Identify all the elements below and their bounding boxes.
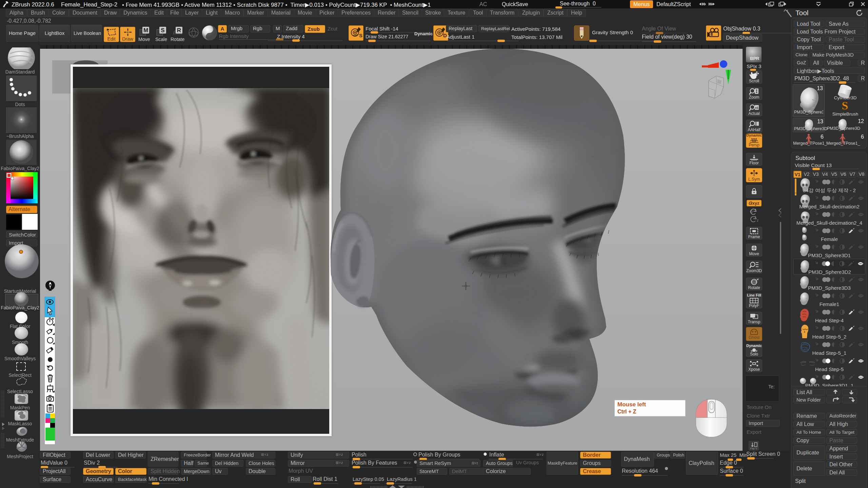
svg-text:M: M (143, 27, 148, 34)
svg-text:S: S (161, 27, 164, 34)
svg-text:R: R (177, 27, 181, 34)
svg-text:S: S (359, 33, 362, 38)
